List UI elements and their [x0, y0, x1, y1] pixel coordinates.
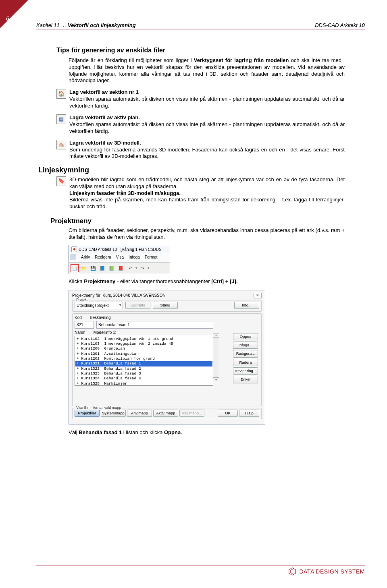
toolbar-b6[interactable]: 📕 — [117, 264, 125, 272]
lin-bold: Linjeskym fasader från 3D-modell m/skugg… — [69, 190, 181, 196]
side-buttons: Öppna Infoga... Redigera... Radera Revid… — [233, 333, 258, 383]
list-item[interactable]: + Kurs1103 Innerväggsplan vån 2 insida 4… — [75, 342, 212, 346]
menu-arkiv[interactable]: Arkiv — [81, 255, 90, 260]
btn-ok[interactable]: OK — [218, 410, 238, 417]
projektmeny-heading: Projektmeny — [50, 217, 345, 226]
toolbar-redo[interactable]: ↷ — [138, 264, 146, 272]
click-c: - eller via tangentbordet/snabbtangenter — [115, 278, 211, 284]
btn-systemmapp[interactable]: Systemmapp — [101, 410, 126, 417]
item-sektion: 🏠 Lag vektorfil av sektion nr 1Vektorfil… — [56, 89, 345, 110]
s1-title: Lag vektorfil av sektion nr 1 — [69, 89, 139, 95]
dropdown-utbildning[interactable]: Utbildningsprojekt▾ — [75, 302, 123, 309]
group-visa: Visa Bim-filerna i vald mapp Projektfile… — [72, 408, 262, 419]
click-instruction: Klicka Projektmeny - eller via tangentbo… — [69, 278, 345, 285]
list-item[interactable]: + Kurs1325 Marklinjer — [75, 381, 212, 386]
file-list[interactable]: + Kurs1102 Innerväggsplan vån 1 uts grun… — [75, 336, 213, 386]
footer-logo: DATA DESIGN SYSTEM — [288, 567, 365, 576]
header-right: DDS-CAD Arkitekt 10 — [315, 22, 365, 28]
click-a: Klicka — [69, 278, 84, 284]
pick-e: . — [181, 429, 182, 435]
page-footer: DATA DESIGN SYSTEM — [36, 565, 365, 576]
footer-text: DATA DESIGN SYSTEM — [299, 568, 365, 575]
btn-uppratta[interactable]: Upprätta — [125, 302, 150, 309]
btn-anvmapp[interactable]: Anv.mapp — [127, 410, 152, 417]
group-projekt-label: Projekt — [75, 298, 89, 302]
scroll-down-icon[interactable]: ▼ — [213, 377, 219, 382]
btn-aktivmapp[interactable]: Aktiv mapp — [153, 410, 178, 417]
s3-title: Lagra vektorfil av 3D-modell. — [69, 140, 141, 146]
grid-icon: ▦ — [56, 114, 66, 124]
toolbar-undo[interactable]: ↶ — [126, 264, 134, 272]
field-beskrivning[interactable]: Behandla fasad 1 — [96, 321, 213, 329]
btn-radera[interactable]: Radera — [233, 359, 258, 366]
list-item[interactable]: + Kurs1201 Avsättningsplan — [75, 352, 212, 356]
tips-paragraph: Följande är en förklaring till möjlighet… — [69, 57, 345, 85]
shot1-toolbar: 📑 📁 💾 📘 📗 📕 ↶ ▾ ↷ ▾ — [69, 262, 170, 274]
s3-body: Som underlag för fasaderna används 3D-mo… — [69, 147, 345, 159]
toolbar-b2[interactable]: 📁 — [80, 264, 88, 272]
screenshot-projektmeny-dialog: Projektmeny för: Kurs, 2014-040 VILLA SV… — [69, 290, 265, 424]
lin-text-2: Bilderna visas inte på skärmen, men kan … — [69, 197, 345, 209]
btn-info[interactable]: Info... — [234, 302, 259, 309]
page-content: Tips för generering av enskilda filer Fö… — [56, 46, 345, 436]
btn-oppna[interactable]: Öppna — [233, 333, 258, 340]
scrollbar[interactable]: ▲ ▼ — [213, 333, 219, 382]
shot1-menubar: Arkiv Redigera Visa Infoga Format — [69, 253, 170, 262]
pick-b: Behandla fasad 1 — [79, 429, 122, 435]
toolbar-save[interactable]: 💾 — [89, 264, 97, 272]
group-list: Kod Beskrivning 321 Behandla fasad 1 Nam… — [72, 313, 262, 406]
header-left: Kapitel 11 … Vektorfil och linjeskymning — [36, 22, 136, 28]
page-corner — [0, 0, 28, 28]
list-item[interactable]: + Kurs1202 Kontrollplan för grund — [75, 356, 212, 361]
item-linje: 🔖 3D-modellen blir lagrad som en trådmod… — [56, 176, 345, 210]
svg-marker-0 — [289, 568, 296, 575]
btn-enkel[interactable]: Enkel — [233, 376, 258, 383]
proj-paragraph: Om bilderna på fasader, sektioner, persp… — [69, 227, 345, 241]
pick-c: i listan och klicka — [122, 429, 164, 435]
menu-redigera[interactable]: Redigera — [95, 255, 111, 260]
lin-text-1: 3D-modellen blir lagrad som en trådmodel… — [69, 176, 345, 189]
item-3d: 🏘️ Lagra vektorfil av 3D-modell.Som unde… — [56, 140, 345, 160]
scroll-up-icon[interactable]: ▲ — [213, 333, 219, 338]
btn-infoga[interactable]: Infoga... — [233, 342, 258, 349]
tag-icon: 🔖 — [56, 176, 66, 186]
toolbar-projektmeny[interactable]: 📑 — [71, 264, 79, 272]
label-namn: Namn — [75, 330, 85, 335]
s2-body: Vektorfilen sparas automatiskt på disken… — [69, 121, 345, 134]
house3d-icon: 🏘️ — [56, 140, 66, 149]
header-chapter: Kapitel 11 … — [36, 22, 68, 28]
close-icon[interactable]: ✕ — [254, 293, 262, 298]
btn-hjalp[interactable]: Hjälp — [239, 410, 259, 417]
item-plan: ▦ Lagra vektorfil av aktiv plan.Vektorfi… — [56, 114, 345, 135]
btn-revidering[interactable]: Revidering... — [233, 367, 258, 375]
pick-a: Välj — [69, 429, 79, 435]
list-item[interactable]: + Kurs1200 Grundplan — [75, 346, 212, 351]
btn-valjmapp[interactable]: Välj mapp... — [179, 410, 204, 417]
toolbar-b5[interactable]: 📗 — [108, 264, 116, 272]
field-kod[interactable]: 321 — [75, 321, 94, 329]
linjeskymning-heading: Linjeskymning — [38, 166, 345, 175]
toolbar-b4[interactable]: 📘 — [98, 264, 106, 272]
list-item[interactable]: + Kurs1323 Behandla fasad 3 — [75, 371, 212, 376]
btn-projektfiler[interactable]: Projektfiler — [75, 410, 100, 417]
shot1-titlebar: ◆ DDS-CAD Arkitekt 10 - [Våning 1 Plan C… — [69, 245, 170, 253]
list-item[interactable]: + Kurs1102 Innerväggsplan vån 1 uts grun… — [75, 337, 212, 342]
page-number: 6 — [6, 15, 9, 22]
dropdown-caret-icon[interactable]: ▾ — [135, 266, 137, 270]
menu-format[interactable]: Format — [145, 255, 158, 260]
pick-d: Öppna — [164, 429, 181, 435]
dialog-header: Projektmeny för: Kurs, 2014-040 VILLA SV… — [72, 293, 262, 298]
btn-stang[interactable]: Stäng — [153, 302, 178, 309]
list-item-selected[interactable]: + Kurs1321 Behandla fasad 1 — [75, 361, 212, 366]
btn-redigera[interactable]: Redigera... — [233, 350, 258, 357]
logo-hexagon-icon — [288, 567, 297, 576]
dropdown-caret-icon[interactable]: ▾ — [148, 266, 149, 270]
app-icon: ◆ — [71, 246, 77, 252]
s2-title: Lagra vektorfil av aktiv plan. — [69, 114, 140, 120]
menu-visa[interactable]: Visa — [116, 255, 124, 260]
list-item[interactable]: + Kurs1324 Behandla fasad 4 — [75, 376, 212, 381]
pick-instruction: Välj Behandla fasad 1 i listan och klick… — [69, 429, 345, 436]
label-kod: Kod — [75, 315, 82, 320]
list-item[interactable]: + Kurs1322 Behandla fasad 2 — [75, 366, 212, 371]
menu-infoga[interactable]: Infoga — [129, 255, 140, 260]
